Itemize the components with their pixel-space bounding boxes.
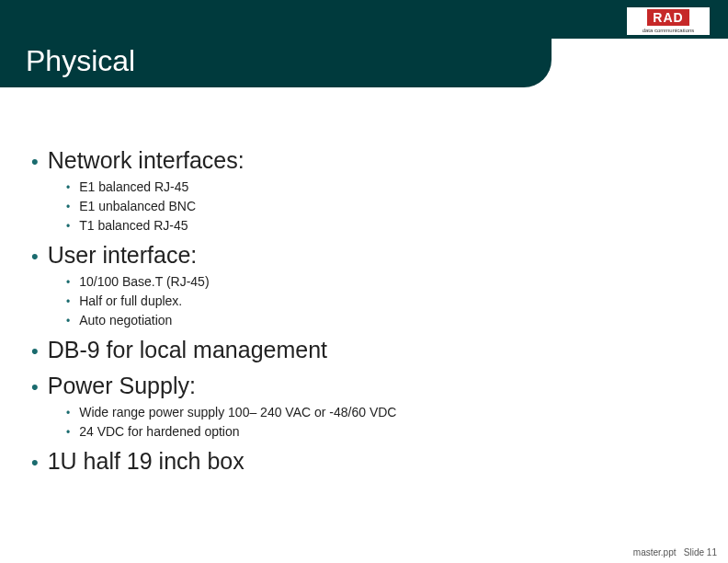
bullet-sub: • 24 VDC for hardened option bbox=[66, 424, 697, 439]
bullet-sub: • E1 balanced RJ-45 bbox=[66, 179, 697, 194]
bullet-sub: • Wide range power supply 100– 240 VAC o… bbox=[66, 405, 697, 419]
bullet-section: • Power Supply: • Wide range power suppl… bbox=[31, 373, 697, 439]
bullet-dot-icon: • bbox=[66, 181, 70, 194]
sub-text: Half or full duplex. bbox=[79, 293, 182, 308]
bullet-sub: • Auto negotiation bbox=[66, 313, 697, 327]
bullet-main: • DB-9 for local management bbox=[31, 337, 697, 363]
footer-file: master.ppt bbox=[633, 547, 677, 557]
bullet-dot-icon: • bbox=[31, 377, 39, 397]
bullet-text: User interface: bbox=[48, 242, 198, 269]
bullet-dot-icon: • bbox=[66, 426, 70, 439]
bullet-text: Power Supply: bbox=[48, 373, 196, 399]
slide-content: • Network interfaces: • E1 balanced RJ-4… bbox=[31, 147, 697, 484]
bullet-section: • 1U half 19 inch box bbox=[31, 448, 697, 475]
bullet-dot-icon: • bbox=[66, 315, 70, 327]
sub-text: Auto negotiation bbox=[79, 313, 172, 327]
bullet-dot-icon: • bbox=[31, 453, 39, 473]
bullet-section: • DB-9 for local management bbox=[31, 337, 697, 363]
footer: master.ppt Slide 11 bbox=[633, 547, 717, 557]
bullet-sub: • 10/100 Base.T (RJ-45) bbox=[66, 274, 697, 289]
sub-text: E1 unbalanced BNC bbox=[79, 199, 196, 213]
bullet-dot-icon: • bbox=[66, 407, 70, 419]
bullet-section: • User interface: • 10/100 Base.T (RJ-45… bbox=[31, 242, 697, 327]
bullet-main: • Network interfaces: bbox=[31, 147, 697, 174]
footer-slide: Slide 11 bbox=[684, 547, 717, 557]
bullet-dot-icon: • bbox=[31, 341, 39, 362]
sub-text: E1 balanced RJ-45 bbox=[79, 179, 188, 194]
logo-subtext: data communications bbox=[643, 28, 695, 33]
bullet-main: • Power Supply: bbox=[31, 373, 697, 399]
bullet-dot-icon: • bbox=[66, 295, 70, 308]
bullet-dot-icon: • bbox=[66, 276, 70, 289]
bullet-sub: • E1 unbalanced BNC bbox=[66, 199, 697, 213]
bullet-text: DB-9 for local management bbox=[48, 337, 327, 363]
logo-text: RAD bbox=[647, 9, 688, 26]
brand-logo: RAD data communications bbox=[627, 7, 710, 35]
bullet-dot-icon: • bbox=[31, 247, 39, 267]
bullet-sub: • T1 balanced RJ-45 bbox=[66, 218, 697, 233]
sub-text: Wide range power supply 100– 240 VAC or … bbox=[79, 405, 396, 419]
bullet-sub: • Half or full duplex. bbox=[66, 293, 697, 308]
bullet-section: • Network interfaces: • E1 balanced RJ-4… bbox=[31, 147, 697, 233]
bullet-dot-icon: • bbox=[66, 201, 70, 213]
bullet-dot-icon: • bbox=[66, 220, 70, 233]
bullet-main: • 1U half 19 inch box bbox=[31, 448, 697, 475]
sub-text: 24 VDC for hardened option bbox=[79, 424, 239, 439]
slide-title: Physical bbox=[26, 44, 135, 78]
bullet-text: Network interfaces: bbox=[48, 147, 245, 174]
bullet-main: • User interface: bbox=[31, 242, 697, 269]
bullet-dot-icon: • bbox=[31, 152, 39, 172]
sub-text: 10/100 Base.T (RJ-45) bbox=[79, 274, 209, 289]
bullet-text: 1U half 19 inch box bbox=[48, 448, 245, 475]
sub-text: T1 balanced RJ-45 bbox=[79, 218, 188, 233]
